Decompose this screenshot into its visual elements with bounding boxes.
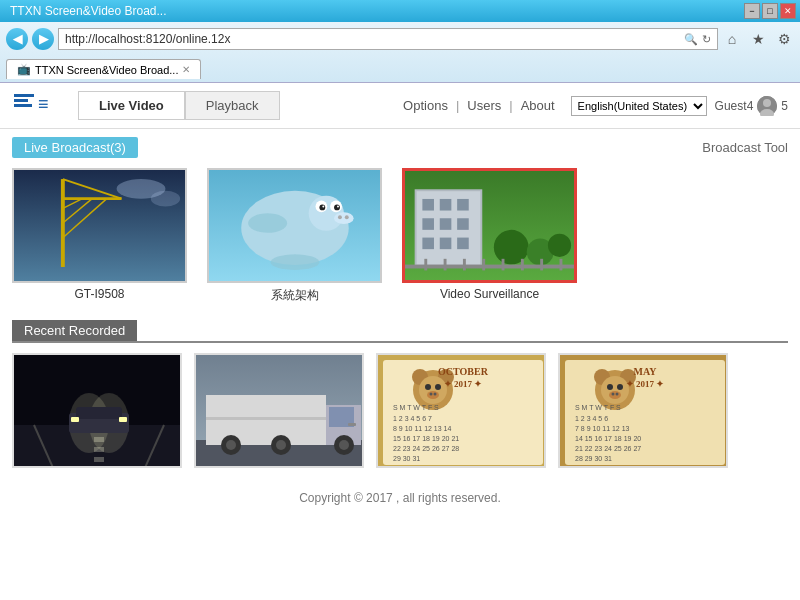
video-thumb-2[interactable] [207, 168, 382, 283]
title-bar-text: TTXN Screen&Video Broad... [4, 4, 744, 18]
svg-point-5 [763, 99, 771, 107]
username: Guest4 [715, 99, 754, 113]
svg-point-26 [334, 212, 354, 224]
recorded-item-3[interactable]: OCTOBER ✦ 2017 ✦ S M T W T F S 1 2 3 4 5… [376, 353, 546, 471]
svg-point-22 [319, 204, 325, 210]
fish-svg [209, 168, 380, 283]
tab-live-video[interactable]: Live Video [78, 91, 185, 120]
svg-rect-41 [440, 238, 452, 250]
address-bar[interactable]: http://localhost:8120/online.12x 🔍 ↻ [58, 28, 718, 50]
svg-rect-51 [502, 259, 505, 271]
svg-rect-53 [540, 259, 543, 271]
recorded-item-4[interactable]: MAY ✦ 2017 ✦ S M T W T F S 1 2 3 4 5 6 7… [558, 353, 728, 471]
svg-text:21 22 23 24 25 26 27: 21 22 23 24 25 26 27 [575, 445, 641, 452]
app-header: ≡ Live Video Playback Options | Users | … [0, 83, 800, 129]
svg-rect-81 [206, 417, 326, 420]
search-icon[interactable]: 🔍 [684, 33, 698, 46]
browser-right-icons: ⌂ ★ ⚙ [722, 29, 794, 49]
app-container: ≡ Live Video Playback Options | Users | … [0, 83, 800, 600]
svg-point-92 [434, 393, 437, 396]
svg-rect-60 [94, 457, 104, 462]
svg-text:8  9 10 11 12 13 14: 8 9 10 11 12 13 14 [393, 425, 451, 432]
svg-point-89 [435, 384, 441, 390]
svg-point-23 [334, 204, 340, 210]
title-bar-controls: − □ ✕ [744, 3, 796, 19]
svg-rect-1 [14, 99, 28, 102]
video-thumb-1[interactable] [12, 168, 187, 283]
language-select[interactable]: English(United States) [571, 96, 707, 116]
minimize-button[interactable]: − [744, 3, 760, 19]
copyright-text: Copyright © 2017 , all rights reserved. [299, 491, 501, 505]
live-video-item-3[interactable]: Video Surveillance [402, 168, 577, 304]
tab-favicon: 📺 [17, 63, 31, 76]
svg-point-28 [345, 215, 349, 219]
svg-point-88 [425, 384, 431, 390]
svg-text:15 16 17 18 19 20 21: 15 16 17 18 19 20 21 [393, 435, 459, 442]
svg-text:22 23 24 25 26 27 28: 22 23 24 25 26 27 28 [393, 445, 459, 452]
svg-point-24 [322, 205, 324, 207]
svg-text:MAY: MAY [634, 366, 658, 377]
options-link[interactable]: Options [403, 98, 448, 113]
recorded-section-title: Recent Recorded [12, 320, 137, 341]
maximize-button[interactable]: □ [762, 3, 778, 19]
svg-rect-54 [560, 259, 563, 271]
live-video-grid: GT-I9508 [12, 168, 788, 304]
video-thumb-3[interactable] [402, 168, 577, 283]
svg-rect-47 [424, 259, 427, 271]
svg-rect-38 [440, 218, 452, 230]
svg-point-107 [607, 384, 613, 390]
svg-rect-2 [14, 104, 32, 107]
video-label-3: Video Surveillance [440, 287, 539, 301]
svg-rect-39 [457, 218, 469, 230]
users-link[interactable]: Users [467, 98, 501, 113]
svg-rect-46 [405, 265, 574, 269]
svg-rect-37 [422, 218, 434, 230]
back-button[interactable]: ◀ [6, 28, 28, 50]
settings-icon[interactable]: ⚙ [774, 29, 794, 49]
address-text: http://localhost:8120/online.12x [65, 32, 684, 46]
tab-title: TTXN Screen&Video Broad... [35, 64, 178, 76]
browser-chrome: ◀ ▶ http://localhost:8120/online.12x 🔍 ↻… [0, 22, 800, 83]
live-video-item-1[interactable]: GT-I9508 [12, 168, 187, 304]
forward-button[interactable]: ▶ [32, 28, 54, 50]
tab-bar: 📺 TTXN Screen&Video Broad... ✕ [0, 56, 800, 82]
svg-rect-36 [457, 199, 469, 211]
user-count: 5 [781, 99, 788, 113]
live-video-item-2[interactable]: 系統架构 [207, 168, 382, 304]
favorites-icon[interactable]: ★ [748, 29, 768, 49]
recorded-thumb-1[interactable] [12, 353, 182, 468]
refresh-icon[interactable]: ↻ [702, 33, 711, 46]
svg-rect-80 [348, 423, 356, 426]
live-section-title: Live Broadcast(3) [12, 137, 138, 158]
recorded-item-1[interactable] [12, 353, 182, 471]
recorded-item-2[interactable] [194, 353, 364, 471]
about-link[interactable]: About [521, 98, 555, 113]
svg-text:29 30 31: 29 30 31 [393, 455, 420, 462]
svg-point-108 [617, 384, 623, 390]
svg-rect-50 [482, 259, 485, 271]
svg-point-111 [616, 393, 619, 396]
recorded-thumb-3[interactable]: OCTOBER ✦ 2017 ✦ S M T W T F S 1 2 3 4 5… [376, 353, 546, 468]
user-info: Guest4 5 [715, 96, 788, 116]
svg-point-90 [427, 391, 439, 399]
title-bar: TTXN Screen&Video Broad... − □ ✕ [0, 0, 800, 22]
svg-text:1  2  3  4  5  6  7: 1 2 3 4 5 6 7 [393, 415, 432, 422]
svg-rect-48 [444, 259, 447, 271]
svg-point-16 [151, 191, 180, 207]
svg-rect-42 [457, 238, 469, 250]
building-svg [405, 168, 574, 283]
svg-point-75 [226, 440, 236, 450]
browser-tab[interactable]: 📺 TTXN Screen&Video Broad... ✕ [6, 59, 201, 79]
tab-close-icon[interactable]: ✕ [182, 64, 190, 75]
home-icon[interactable]: ⌂ [722, 29, 742, 49]
svg-rect-64 [76, 407, 122, 419]
recorded-thumb-4[interactable]: MAY ✦ 2017 ✦ S M T W T F S 1 2 3 4 5 6 7… [558, 353, 728, 468]
svg-rect-40 [422, 238, 434, 250]
broadcast-tool-link[interactable]: Broadcast Tool [702, 140, 788, 155]
svg-point-30 [271, 254, 320, 270]
close-button[interactable]: ✕ [780, 3, 796, 19]
tab-playback[interactable]: Playback [185, 91, 280, 120]
video-label-2: 系統架构 [271, 287, 319, 304]
recorded-thumb-2[interactable] [194, 353, 364, 468]
app-logo: ≡ [12, 88, 62, 124]
